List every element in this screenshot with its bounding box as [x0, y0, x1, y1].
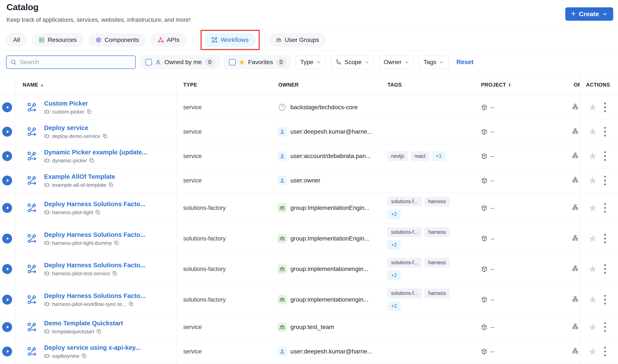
copy-icon[interactable] [87, 109, 92, 115]
favorites-checkbox[interactable] [229, 59, 236, 65]
tag-pill[interactable]: nextjs [387, 151, 408, 161]
tab-components[interactable]: Components [88, 33, 146, 47]
run-workflow-button[interactable] [2, 176, 12, 185]
table-header-row: NAME ▲ TYPE OWNER TAGS PROJECT ▲▼ OR ACT… [0, 75, 618, 95]
apis-icon [158, 37, 164, 43]
favorite-star-button[interactable]: ★ [588, 203, 597, 213]
favorites-filter[interactable]: ★ Favorites 0 [225, 55, 291, 69]
project-value: -- [491, 153, 494, 159]
copy-icon[interactable] [89, 158, 94, 163]
run-workflow-button[interactable] [2, 234, 12, 244]
copy-icon[interactable] [108, 182, 114, 188]
copy-icon[interactable] [112, 271, 117, 276]
tag-pill[interactable]: solutions-f... [387, 227, 422, 237]
type-dropdown[interactable]: Type [296, 55, 326, 69]
cube-icon [481, 177, 487, 184]
search-input[interactable] [20, 59, 131, 66]
run-workflow-button[interactable] [2, 203, 12, 213]
run-workflow-button[interactable] [2, 127, 12, 137]
more-tags-pill[interactable]: +2 [387, 240, 401, 250]
table-row: Deploy Harness Solutions Facto...ID: har… [0, 254, 618, 285]
row-menu-button[interactable] [604, 346, 606, 357]
workflow-name-link[interactable]: Deploy service [44, 124, 174, 131]
copy-icon[interactable] [114, 240, 119, 246]
scope-dropdown[interactable]: Scope [331, 55, 374, 69]
more-tags-pill[interactable]: +1 [432, 151, 445, 161]
more-tags-pill[interactable]: +2 [387, 271, 401, 280]
project-value: -- [491, 296, 494, 303]
copy-icon[interactable] [129, 301, 134, 307]
run-workflow-button[interactable] [2, 295, 12, 305]
copy-icon[interactable] [81, 353, 87, 359]
row-menu-button[interactable] [604, 175, 606, 186]
project-value: -- [491, 324, 494, 331]
tab-user-groups[interactable]: User Groups [268, 33, 326, 47]
org-hierarchy-icon [572, 265, 579, 273]
tab-label: Workflows [221, 37, 249, 43]
workflow-name-link[interactable]: Dynamic Picker example (update... [44, 149, 174, 156]
row-menu-button[interactable] [604, 102, 606, 113]
more-tags-pill[interactable]: +2 [387, 209, 401, 219]
tag-pill[interactable]: solutions-f... [387, 288, 422, 298]
copy-icon[interactable] [102, 134, 107, 139]
workflow-name-link[interactable]: Demo Template Quickstart [44, 320, 174, 327]
favorite-star-button[interactable]: ★ [588, 264, 597, 274]
favorite-star-button[interactable]: ★ [588, 347, 597, 356]
row-menu-button[interactable] [604, 203, 606, 213]
row-menu-button[interactable] [604, 151, 606, 161]
row-menu-button[interactable] [604, 127, 606, 137]
favorite-star-button[interactable]: ★ [588, 234, 597, 244]
favorite-star-button[interactable]: ★ [588, 151, 597, 161]
copy-icon[interactable] [95, 210, 100, 215]
dropdown-label: Scope [344, 59, 362, 66]
row-menu-button[interactable] [604, 295, 606, 305]
tags-dropdown[interactable]: Tags [419, 55, 449, 69]
row-menu-button[interactable] [604, 233, 606, 244]
run-workflow-button[interactable] [2, 151, 12, 161]
tab-all[interactable]: All [6, 33, 27, 47]
tag-pill[interactable]: harness [424, 227, 450, 237]
chevron-down-icon [602, 11, 608, 17]
column-header-project[interactable]: PROJECT ▲▼ [481, 82, 511, 88]
tag-pill[interactable]: solutions-f... [387, 258, 422, 268]
reset-filters-button[interactable]: Reset [456, 59, 473, 66]
sort-ascending-icon: ▲ [40, 83, 44, 87]
workflow-name-link[interactable]: Custom Picker [44, 100, 174, 107]
tag-pill[interactable]: react [411, 151, 429, 161]
run-workflow-button[interactable] [2, 264, 12, 274]
tag-pill[interactable]: harness [424, 197, 450, 206]
type-cell: service [183, 348, 202, 355]
workflow-name-link[interactable]: Deploy Harness Solutions Facto... [44, 231, 174, 238]
favorite-star-button[interactable]: ★ [588, 322, 597, 332]
favorite-star-button[interactable]: ★ [588, 127, 597, 137]
favorite-star-button[interactable]: ★ [588, 295, 597, 305]
workflow-name-link[interactable]: Deploy service using x-api-key... [44, 344, 174, 351]
tag-pill[interactable]: harness [424, 258, 450, 268]
name-cell: Deploy Harness Solutions Facto...ID: har… [44, 292, 174, 307]
cube-icon [481, 235, 487, 242]
owned-by-me-filter[interactable]: Owned by me 0 [141, 55, 219, 69]
copy-icon[interactable] [96, 329, 102, 334]
workflow-name-link[interactable]: Deploy Harness Solutions Facto... [44, 292, 174, 299]
favorite-star-button[interactable]: ★ [588, 176, 597, 185]
tag-pill[interactable]: solutions-f... [387, 197, 422, 206]
owner-dropdown[interactable]: Owner [379, 55, 414, 69]
run-workflow-button[interactable] [2, 322, 12, 332]
workflow-name-link[interactable]: Example AllOf Template [44, 173, 174, 180]
tag-pill[interactable]: harness [424, 288, 450, 298]
run-workflow-button[interactable] [2, 102, 12, 112]
tab-apis[interactable]: APIs [150, 33, 187, 47]
favorite-star-button[interactable]: ★ [588, 102, 597, 112]
more-tags-pill[interactable]: +2 [387, 301, 401, 311]
cube-icon [481, 266, 487, 272]
workflow-name-link[interactable]: Deploy Harness Solutions Facto... [44, 201, 174, 208]
owned-by-me-checkbox[interactable] [146, 59, 152, 65]
create-button[interactable]: + Create [565, 7, 613, 21]
run-workflow-button[interactable] [2, 347, 12, 356]
row-menu-button[interactable] [604, 322, 606, 332]
tab-workflows[interactable]: Workflows [204, 33, 256, 47]
row-menu-button[interactable] [604, 264, 606, 274]
tab-resources[interactable]: Resources [31, 33, 84, 47]
workflow-name-link[interactable]: Deploy Harness Solutions Facto... [44, 262, 174, 269]
column-header-name[interactable]: NAME ▲ [23, 82, 44, 88]
